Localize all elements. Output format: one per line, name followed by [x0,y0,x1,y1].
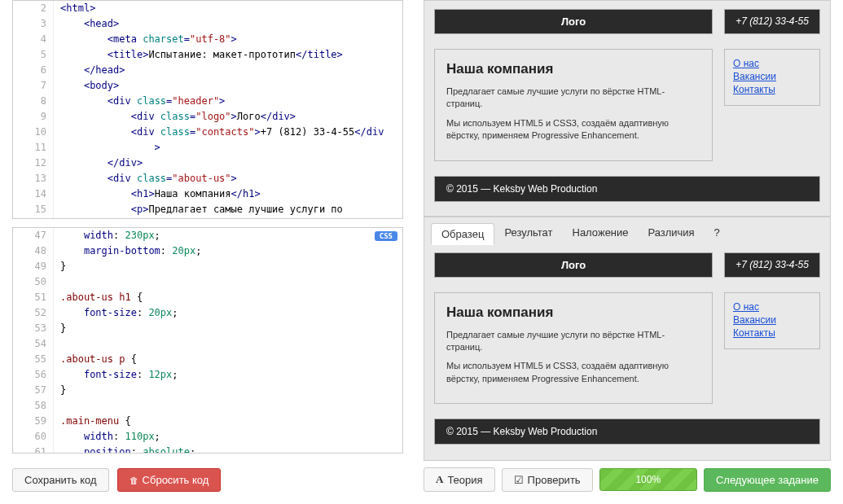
preview-menu: О нас Вакансии Контакты [724,49,820,106]
tab-help[interactable]: ? [705,222,730,244]
preview-logo: Лого [434,9,713,34]
sample-about: Наша компания Предлагает самые лучшие ус… [434,292,713,405]
tab-result[interactable]: Результат [494,222,562,244]
html-editor[interactable]: 23456789101112131415 <html> <head> <meta… [12,0,403,219]
preview-p2: Мы используем HTML5 и CSS3, создаём адап… [446,117,700,142]
menu-about-link[interactable]: О нас [733,58,811,69]
css-editor[interactable]: CSS 474849505152535455565758596061626364… [12,227,403,454]
sample-h1: Наша компания [446,305,700,321]
tab-sample[interactable]: Образец [431,223,494,245]
html-code[interactable]: <html> <head> <meta charset="utf-8"> <ti… [54,1,402,218]
sample-menu: О нас Вакансии Контакты [724,292,820,349]
html-gutter: 23456789101112131415 [13,1,54,218]
check-label: Проверить [528,474,581,486]
css-gutter: 47484950515253545556575859606162636465 [13,228,54,453]
trash-icon [130,474,138,486]
save-button[interactable]: Сохранить код [12,468,109,492]
menu-vac-link[interactable]: Вакансии [733,71,811,82]
preview-contacts: +7 (812) 33-4-55 [724,9,820,34]
sample-footer: © 2015 — Keksby Web Production [434,419,820,445]
preview-tabs: Образец Результат Наложение Различия ? [424,217,831,244]
tab-overlay[interactable]: Наложение [563,222,639,244]
menu-contacts-link[interactable]: Контакты [733,84,811,95]
sample-menu-contacts[interactable]: Контакты [733,327,811,339]
sample-preview: Лого +7 (812) 33-4-55 Наша компания Пред… [424,244,831,461]
preview-about: Наша компания Предлагает самые лучшие ус… [434,49,713,161]
font-icon [436,473,443,486]
progress-bar: 100% [599,468,697,491]
reset-label: Сбросить код [143,474,209,486]
right-button-row: Теория Проверить 100% Следующее задание [424,461,843,504]
theory-button[interactable]: Теория [424,467,495,492]
sample-contacts: +7 (812) 33-4-55 [724,252,820,278]
check-icon [514,474,524,486]
sample-menu-about[interactable]: О нас [733,301,811,313]
next-button[interactable]: Следующее задание [704,468,831,492]
theory-label: Теория [447,474,482,486]
sample-menu-vac[interactable]: Вакансии [733,314,811,326]
left-button-row: Сохранить код Сбросить код [0,462,415,504]
sample-p2: Мы используем HTML5 и CSS3, создаём адап… [446,360,700,385]
preview-footer: © 2015 — Keksby Web Production [434,176,820,202]
result-preview: Лого +7 (812) 33-4-55 Наша компания Пред… [424,0,831,217]
tab-diff[interactable]: Различия [639,222,705,244]
reset-button[interactable]: Сбросить код [117,468,222,492]
css-code[interactable]: width: 230px; margin-bottom: 20px;} .abo… [54,228,402,453]
sample-p1: Предлагает самые лучшие услуги по вёрстк… [446,329,700,354]
preview-h1: Наша компания [446,61,700,77]
check-button[interactable]: Проверить [502,468,593,492]
preview-p1: Предлагает самые лучшие услуги по вёрстк… [446,85,700,111]
sample-logo: Лого [434,252,713,278]
